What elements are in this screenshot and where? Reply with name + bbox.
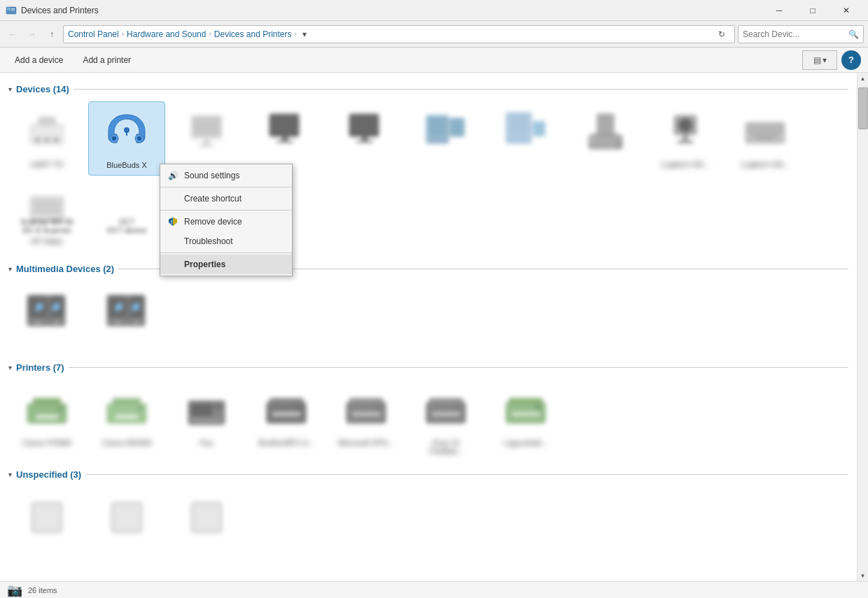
svg-rect-78 <box>138 406 142 411</box>
unspecified-section-header[interactable]: ▾ Unspecified (3) <box>8 469 848 480</box>
search-box[interactable]: 🔍 <box>738 25 864 43</box>
svg-rect-32 <box>507 114 530 134</box>
up-button[interactable]: ↑ <box>43 26 60 43</box>
printer-item-1[interactable]: Canon PIXMA <box>8 380 85 461</box>
svg-rect-29 <box>426 138 449 143</box>
statusbar: 📷 26 items <box>0 581 868 598</box>
statusbar-item-count: 26 items <box>28 586 57 595</box>
svg-rect-6 <box>35 138 41 142</box>
main-layout: ▾ Devices (14) UART TO <box>0 73 868 581</box>
search-input[interactable] <box>743 29 846 39</box>
device-item-logitech-webcam[interactable]: Logitech HD... <box>647 101 724 176</box>
printer-item-brother[interactable]: BrotherMFC-0... <box>248 380 325 461</box>
svg-rect-34 <box>533 121 545 136</box>
context-menu-create-shortcut[interactable]: Create shortcut <box>160 189 292 208</box>
printer-item-scan[interactable]: Scan To FaxMail... <box>407 380 484 461</box>
multimedia-item-1[interactable] <box>8 281 85 354</box>
svg-rect-92 <box>429 398 463 404</box>
svg-rect-55 <box>757 136 774 140</box>
multimedia-item-2[interactable] <box>88 281 165 354</box>
device-label-bluebuds: BlueBuds X <box>106 161 146 169</box>
svg-rect-51 <box>770 125 774 128</box>
device-item-hp-slider[interactable]: HP Slider <box>8 178 85 251</box>
svg-text:!: ! <box>171 220 172 225</box>
svg-rect-89 <box>352 412 380 416</box>
printer-item-fax[interactable]: Fax <box>168 380 245 461</box>
add-printer-button[interactable]: Add a printer <box>75 50 139 70</box>
svg-rect-45 <box>677 141 694 143</box>
view-button[interactable]: ▤ ▾ <box>802 50 837 70</box>
device-item-5[interactable] <box>328 101 405 176</box>
breadcrumb-devices-printers[interactable]: Devices and Printers <box>214 29 292 39</box>
breadcrumb-dropdown[interactable]: ▾ <box>300 29 309 39</box>
multimedia-chevron-icon: ▾ <box>8 265 12 273</box>
window-icon <box>6 5 17 16</box>
context-menu-sound-settings[interactable]: 🔊 Sound settings <box>160 166 292 185</box>
context-menu: 🔊 Sound settings Create shortcut ! <box>160 164 293 276</box>
multimedia-section-header[interactable]: ▾ Multimedia Devices (2) <box>8 264 848 274</box>
svg-rect-3 <box>11 10 15 10</box>
unspecified-icon-1 <box>22 492 72 543</box>
addressbar: ← → ↑ Control Panel › Hardware and Sound… <box>0 21 868 48</box>
scroll-down-button[interactable]: ▼ <box>858 570 869 581</box>
unspecified-item-1[interactable] <box>8 487 85 560</box>
search-icon[interactable]: 🔍 <box>848 29 859 39</box>
scroll-track[interactable] <box>858 84 869 570</box>
device-item-8[interactable] <box>567 101 644 176</box>
devices-chevron-icon: ▾ <box>8 85 12 93</box>
svg-rect-73 <box>36 415 58 419</box>
scroll-thumb[interactable] <box>858 87 868 129</box>
printer-item-xps[interactable]: Microsoft XPS... <box>328 380 405 461</box>
svg-rect-76 <box>113 398 141 405</box>
svg-rect-74 <box>58 406 62 411</box>
back-button[interactable]: ← <box>4 26 21 43</box>
maximize-button[interactable]: □ <box>797 0 829 21</box>
svg-rect-17 <box>204 139 209 145</box>
svg-rect-72 <box>33 398 61 405</box>
scroll-up-button[interactable]: ▲ <box>858 73 869 84</box>
remove-device-shield-icon: ! <box>167 216 178 227</box>
unspecified-icon-3 <box>181 492 232 543</box>
svg-rect-53 <box>748 130 783 133</box>
minimize-button[interactable]: ─ <box>763 0 795 21</box>
printer-item-lagoushell[interactable]: Lagoushell... <box>487 380 564 461</box>
context-menu-sound-label: Sound settings <box>184 171 239 180</box>
devices-section-header[interactable]: ▾ Devices (14) <box>8 84 848 94</box>
svg-rect-82 <box>191 419 222 422</box>
printers-section-header[interactable]: ▾ Printers (7) <box>8 362 848 373</box>
forward-button[interactable]: → <box>24 26 41 43</box>
context-menu-remove-device[interactable]: ! Remove device <box>160 212 292 232</box>
printer-item-2[interactable]: Canon MX050 <box>88 380 165 461</box>
breadcrumb-sep-3: › <box>295 30 297 38</box>
printers-grid: Canon PIXMA Canon MX050 <box>8 377 848 464</box>
svg-rect-16 <box>192 117 220 136</box>
printer-icon-1 <box>22 385 72 436</box>
device-item-6[interactable] <box>407 101 484 176</box>
unspecified-item-3[interactable] <box>168 487 245 560</box>
device-item-uart[interactable]: UART TO <box>8 101 85 176</box>
context-menu-troubleshoot[interactable]: Troubleshoot <box>160 232 292 251</box>
svg-rect-21 <box>282 136 288 141</box>
unspecified-item-2[interactable] <box>88 487 165 560</box>
device-item-7[interactable] <box>487 101 564 176</box>
breadcrumb-sep-2: › <box>209 30 211 38</box>
svg-point-43 <box>684 124 687 127</box>
breadcrumb-hardware-sound[interactable]: Hardware and Sound <box>127 29 206 39</box>
context-menu-properties-label: Properties <box>184 259 225 269</box>
help-button[interactable]: ? <box>841 50 861 70</box>
context-menu-properties[interactable]: Properties <box>160 255 292 274</box>
context-menu-remove-label: Remove device <box>184 217 242 227</box>
close-button[interactable]: ✕ <box>830 0 862 21</box>
device-item-logitech-keyboard[interactable]: Logitech HD... <box>727 101 804 176</box>
device-item-bluebuds[interactable]: BlueBuds X <box>88 101 165 176</box>
svg-point-70 <box>134 321 139 325</box>
svg-point-61 <box>36 321 40 325</box>
breadcrumb-control-panel[interactable]: Control Panel <box>68 29 119 39</box>
svg-point-11 <box>112 136 116 141</box>
svg-rect-93 <box>432 412 460 416</box>
svg-rect-5 <box>38 117 55 125</box>
svg-point-12 <box>137 136 141 141</box>
svg-rect-38 <box>590 138 594 141</box>
breadcrumb-refresh[interactable]: ↻ <box>713 26 730 43</box>
add-device-button[interactable]: Add a device <box>7 50 71 70</box>
